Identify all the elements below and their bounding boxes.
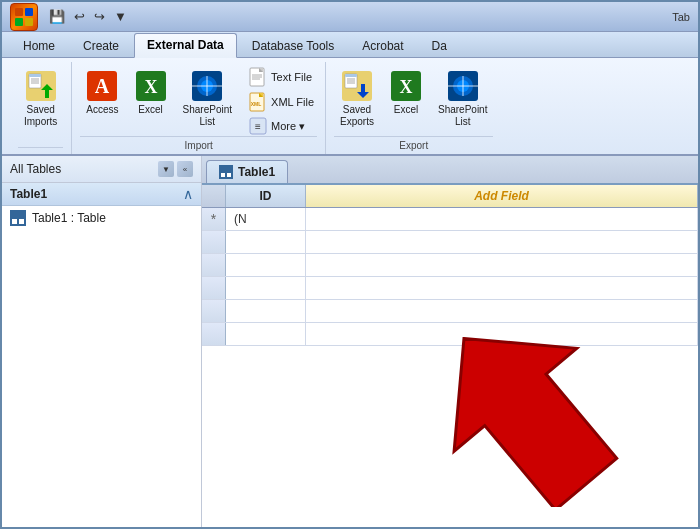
excel-import-button[interactable]: X Excel: [129, 66, 173, 120]
section-collapse-icon[interactable]: ∧: [183, 186, 193, 202]
title-bar-left: 💾 ↩ ↪ ▼: [10, 3, 672, 31]
grid-cell-add-field: [306, 208, 698, 230]
grid-header-id: ID: [226, 185, 306, 207]
app-title: Tab: [672, 11, 690, 23]
access-icon: A: [86, 70, 118, 102]
saved-exports-icon: [341, 70, 373, 102]
table1-tab-icon: [219, 165, 233, 179]
text-file-button[interactable]: Text File: [246, 66, 317, 88]
quick-access-toolbar: 💾 ↩ ↪ ▼: [46, 7, 130, 26]
table1-item[interactable]: Table1 : Table: [2, 206, 201, 230]
office-logo-icon: [10, 3, 38, 31]
title-bar: 💾 ↩ ↪ ▼ Tab: [2, 2, 698, 32]
import-label: Import: [80, 136, 317, 154]
ribbon-export-items: Saved Exports X Excel: [334, 62, 493, 136]
svg-text:X: X: [399, 77, 412, 97]
undo-quick-btn[interactable]: ↩: [71, 7, 88, 26]
svg-text:XML: XML: [251, 101, 262, 107]
table-tab-bar: Table1: [202, 156, 698, 185]
table1-item-label: Table1 : Table: [32, 211, 106, 225]
collapse-icon[interactable]: «: [177, 161, 193, 177]
grid-row-marker-header: [202, 185, 226, 207]
xml-file-button[interactable]: XML XML File: [246, 91, 317, 113]
svg-text:X: X: [144, 77, 157, 97]
filter-icon[interactable]: ▼: [158, 161, 174, 177]
saved-imports-button[interactable]: Saved Imports: [18, 66, 63, 132]
tab-da[interactable]: Da: [419, 34, 460, 57]
grid-header-row: ID Add Field: [202, 185, 698, 208]
saved-imports-label: Saved Imports: [24, 104, 57, 128]
grid-row-empty-5: [202, 323, 698, 346]
tab-database-tools[interactable]: Database Tools: [239, 34, 348, 57]
excel-export-icon: X: [390, 70, 422, 102]
svg-rect-1: [25, 8, 33, 16]
access-label: Access: [86, 104, 118, 116]
ribbon-content: Saved Imports A Access: [2, 58, 698, 156]
tab-external-data[interactable]: External Data: [134, 33, 237, 58]
save-quick-btn[interactable]: 💾: [46, 7, 68, 26]
customize-quick-btn[interactable]: ▼: [111, 7, 130, 26]
table1-section-title: Table1: [10, 187, 47, 201]
ribbon-group-export: Saved Exports X Excel: [326, 62, 501, 154]
svg-rect-34: [345, 74, 357, 77]
tab-create[interactable]: Create: [70, 34, 132, 57]
file-options-group: Text File XML XML File: [242, 66, 317, 136]
table1-item-icon: [10, 210, 26, 226]
svg-rect-0: [15, 8, 23, 16]
grid-header-add-field[interactable]: Add Field: [306, 185, 698, 207]
grid-new-row-marker: *: [202, 208, 226, 230]
access-import-button[interactable]: A Access: [80, 66, 124, 120]
text-file-label: Text File: [271, 71, 312, 83]
left-panel-icons: ▼ «: [158, 161, 193, 177]
svg-rect-3: [25, 18, 33, 26]
excel-export-button[interactable]: X Excel: [384, 66, 428, 120]
all-tables-title: All Tables: [10, 162, 61, 176]
svg-text:≡: ≡: [255, 121, 261, 132]
left-panel: All Tables ▼ « Table1 ∧ Table1 : Table: [2, 156, 202, 529]
sharepoint-export-button[interactable]: SharePoint List: [432, 66, 493, 132]
sharepoint-import-icon: [191, 70, 223, 102]
xml-file-label: XML File: [271, 96, 314, 108]
svg-rect-2: [15, 18, 23, 26]
import-group-label: [18, 147, 63, 154]
ribbon-group-saved-imports: Saved Imports: [10, 62, 72, 154]
tab-acrobat[interactable]: Acrobat: [349, 34, 416, 57]
sharepoint-export-icon: [447, 70, 479, 102]
data-grid: ID Add Field * (N: [202, 185, 698, 529]
table1-tab[interactable]: Table1: [206, 160, 288, 183]
app-window: 💾 ↩ ↪ ▼ Tab Home Create External Data Da…: [0, 0, 700, 529]
table1-tab-label: Table1: [238, 165, 275, 179]
grid-row-empty-4: [202, 300, 698, 323]
more-button[interactable]: ≡ More ▾: [246, 116, 317, 136]
saved-imports-icon: [25, 70, 57, 102]
right-area: Table1 ID Add Field * (N: [202, 156, 698, 529]
main-area: All Tables ▼ « Table1 ∧ Table1 : Table: [2, 156, 698, 529]
more-label: More ▾: [271, 120, 305, 133]
excel-import-icon: X: [135, 70, 167, 102]
sharepoint-export-label: SharePoint List: [438, 104, 487, 128]
sharepoint-import-button[interactable]: SharePoint List: [177, 66, 238, 132]
saved-exports-label: Saved Exports: [340, 104, 374, 128]
svg-rect-6: [29, 74, 41, 77]
excel-export-label: Excel: [394, 104, 418, 116]
excel-import-label: Excel: [138, 104, 162, 116]
saved-exports-button[interactable]: Saved Exports: [334, 66, 380, 132]
ribbon-group-items-import-saved: Saved Imports: [18, 62, 63, 147]
grid-row-empty-2: [202, 254, 698, 277]
svg-text:A: A: [95, 75, 110, 97]
grid-row-empty-1: [202, 231, 698, 254]
grid-row-new: * (N: [202, 208, 698, 231]
left-panel-header: All Tables ▼ «: [2, 156, 201, 183]
tab-home[interactable]: Home: [10, 34, 68, 57]
ribbon-import-items: A Access X Excel: [80, 62, 317, 136]
grid-cell-id[interactable]: (N: [226, 208, 306, 230]
ribbon-tabs-bar: Home Create External Data Database Tools…: [2, 32, 698, 58]
sharepoint-import-label: SharePoint List: [183, 104, 232, 128]
left-section-header: Table1 ∧: [2, 183, 201, 206]
grid-row-empty-3: [202, 277, 698, 300]
export-label: Export: [334, 136, 493, 154]
redo-quick-btn[interactable]: ↪: [91, 7, 108, 26]
ribbon-group-import: A Access X Excel: [72, 62, 326, 154]
